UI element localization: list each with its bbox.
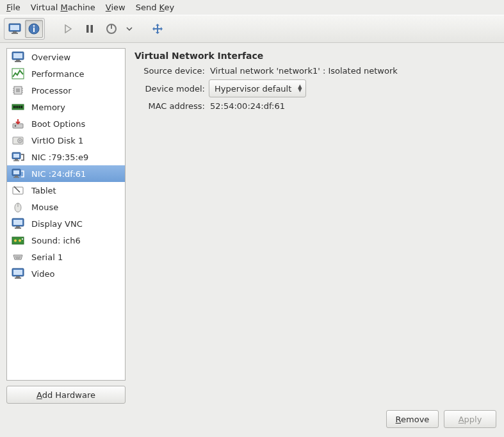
svg-point-55: [15, 256, 17, 258]
remove-button[interactable]: Remove: [386, 410, 439, 428]
svg-rect-54: [22, 238, 23, 240]
footer: Remove Apply: [0, 404, 504, 437]
play-icon: [63, 24, 72, 33]
console-view-button[interactable]: [6, 20, 24, 38]
source-device-value: Virtual network 'network1' : Isolated ne…: [209, 66, 398, 76]
sidebar: OverviewPerformanceProcessorMemoryBoot O…: [6, 48, 126, 404]
sidebar-item-label: Processor: [31, 86, 72, 95]
monitor-icon: [8, 23, 21, 35]
svg-rect-14: [15, 61, 21, 62]
sidebar-item-processor[interactable]: Processor: [7, 82, 125, 99]
sidebar-item-label: Display VNC: [31, 219, 83, 229]
memory-icon: [11, 101, 25, 113]
svg-rect-50: [15, 227, 21, 229]
fullscreen-button[interactable]: [149, 20, 167, 38]
sidebar-item-memory[interactable]: Memory: [7, 99, 125, 115]
power-button[interactable]: [102, 20, 120, 38]
svg-rect-17: [16, 88, 20, 92]
svg-rect-62: [16, 276, 20, 277]
svg-point-59: [19, 258, 20, 259]
sidebar-item-label: Performance: [31, 69, 84, 79]
sidebar-item-video[interactable]: Video: [7, 265, 125, 282]
menubar: File Virtual Machine View Send Key: [0, 0, 504, 15]
mac-address-value: 52:54:00:24:df:61: [209, 101, 285, 111]
add-hardware-button[interactable]: Add Hardware: [6, 386, 126, 404]
sidebar-item-label: VirtIO Disk 1: [31, 136, 83, 145]
sidebar-item-label: Video: [31, 269, 54, 279]
disk-icon: [11, 134, 25, 147]
info-icon: [28, 22, 40, 35]
svg-rect-3: [12, 33, 18, 34]
sidebar-item-label: Mouse: [31, 202, 58, 212]
main-panel: Virtual Network Interface Source device:…: [134, 48, 498, 404]
svg-rect-42: [13, 177, 19, 178]
sidebar-item-label: Serial 1: [31, 252, 63, 262]
apply-label: Apply: [459, 415, 482, 424]
svg-rect-41: [15, 176, 18, 177]
svg-rect-25: [13, 106, 15, 108]
sidebar-item-sound-ich6[interactable]: Sound: ich6: [7, 232, 125, 249]
sidebar-item-label: Boot Options: [31, 119, 85, 129]
power-icon: [106, 23, 117, 35]
toolbar: [0, 15, 504, 43]
svg-rect-63: [15, 277, 21, 279]
run-button[interactable]: [59, 20, 77, 38]
svg-point-31: [15, 125, 16, 126]
sidebar-item-nic-24-df-61[interactable]: NIC :24:df:61: [7, 165, 125, 182]
sidebar-item-tablet[interactable]: Tablet: [7, 182, 125, 199]
svg-rect-5: [33, 28, 35, 32]
sidebar-item-nic-79-35-e9[interactable]: NIC :79:35:e9: [7, 149, 125, 165]
svg-rect-28: [19, 106, 20, 108]
power-menu-arrow[interactable]: [124, 20, 134, 38]
view-toggle-group: [4, 18, 45, 40]
monitor-icon: [11, 51, 25, 63]
monitor-icon: [11, 267, 25, 280]
svg-rect-37: [15, 159, 18, 160]
svg-rect-12: [13, 53, 22, 58]
sound-icon: [11, 234, 25, 247]
sidebar-item-label: NIC :79:35:e9: [31, 153, 88, 162]
sidebar-item-overview[interactable]: Overview: [7, 49, 125, 65]
svg-point-56: [17, 256, 19, 258]
source-device-label: Source device:: [134, 66, 209, 76]
add-hardware-label: Add Hardware: [37, 390, 95, 400]
combo-arrows-icon: ▲▼: [297, 85, 303, 92]
svg-rect-1: [10, 25, 19, 30]
svg-rect-49: [16, 226, 20, 227]
menu-virtual-machine[interactable]: Virtual Machine: [27, 1, 99, 13]
menu-view[interactable]: View: [102, 1, 129, 13]
device-model-row: Device model: Hypervisor default ▲▼: [134, 79, 498, 97]
sidebar-item-virtio-disk-1[interactable]: VirtIO Disk 1: [7, 132, 125, 149]
nic-icon: [11, 151, 25, 163]
svg-rect-2: [13, 31, 17, 33]
cpu-icon: [11, 84, 25, 97]
device-list[interactable]: OverviewPerformanceProcessorMemoryBoot O…: [6, 48, 126, 381]
svg-point-6: [33, 25, 35, 27]
details-view-button[interactable]: [25, 20, 43, 38]
apply-button: Apply: [444, 410, 496, 428]
fullscreen-icon: [152, 23, 163, 35]
menu-file[interactable]: File: [3, 1, 24, 13]
pause-button[interactable]: [81, 20, 99, 38]
panel-title: Virtual Network Interface: [134, 51, 498, 61]
source-device-row: Source device: Virtual network 'network1…: [134, 66, 498, 76]
sidebar-item-label: Sound: ich6: [31, 236, 81, 245]
svg-rect-29: [21, 106, 22, 108]
sidebar-item-boot-options[interactable]: Boot Options: [7, 115, 125, 132]
sidebar-item-serial-1[interactable]: Serial 1: [7, 249, 125, 265]
mac-address-label: MAC address:: [134, 101, 209, 111]
svg-point-34: [19, 140, 20, 142]
device-model-combo[interactable]: Hypervisor default ▲▼: [209, 79, 306, 97]
svg-rect-51: [12, 237, 24, 244]
svg-rect-13: [16, 60, 20, 61]
monitor-icon: [11, 217, 25, 230]
remove-label: Remove: [396, 415, 430, 424]
menu-send-key[interactable]: Send Key: [132, 1, 178, 13]
sidebar-item-label: Tablet: [31, 186, 56, 195]
sidebar-item-mouse[interactable]: Mouse: [7, 199, 125, 215]
sidebar-item-display-vnc[interactable]: Display VNC: [7, 215, 125, 232]
sidebar-item-performance[interactable]: Performance: [7, 65, 125, 82]
svg-rect-40: [13, 170, 19, 174]
svg-rect-61: [13, 270, 22, 275]
svg-point-52: [14, 240, 17, 242]
